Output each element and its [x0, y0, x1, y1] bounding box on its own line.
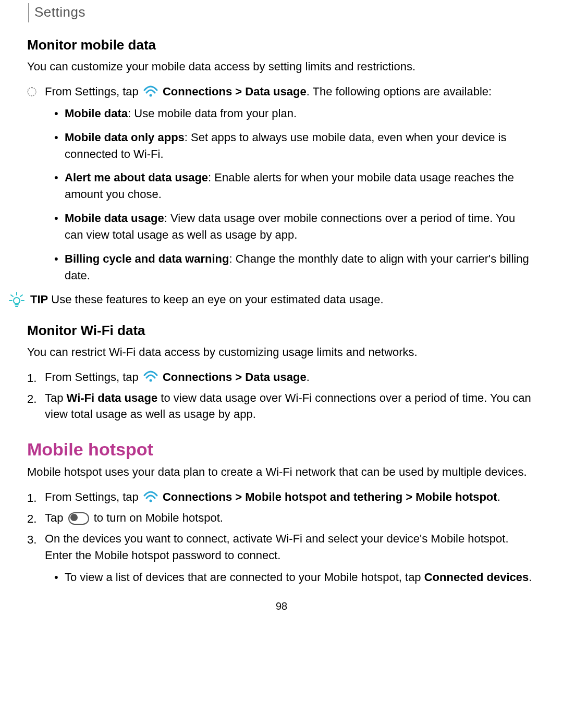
connections-wifi-icon	[143, 490, 158, 508]
section-heading-monitor-mobile: Monitor mobile data	[27, 37, 536, 53]
connections-wifi-icon	[143, 370, 158, 387]
bullet-item: Mobile data usage: View data usage over …	[65, 210, 536, 243]
numbered-list: 1. From Settings, tap Connections > Data…	[45, 369, 536, 423]
section-heading-monitor-wifi: Monitor Wi-Fi data	[27, 323, 536, 339]
page-header: Settings	[28, 3, 536, 22]
step-list: From Settings, tap Connections > Data us…	[45, 83, 536, 284]
svg-point-10	[149, 499, 152, 502]
list-item: 2. Tap Wi-Fi data usage to view data usa…	[45, 390, 536, 423]
bullet-bold: Mobile data	[65, 107, 128, 120]
step-bold-path: Connections > Data usage	[163, 85, 307, 98]
tip-text: TIP Use these features to keep an eye on…	[30, 291, 384, 308]
step-prefix: From Settings, tap	[45, 371, 142, 384]
svg-point-1	[14, 298, 20, 304]
bullet-prefix: To view a list of devices that are conne…	[65, 571, 424, 584]
bullet-bold: Mobile data usage	[65, 212, 164, 225]
bullet-item: Mobile data: Use mobile data from your p…	[65, 105, 536, 122]
step-suffix: . The following options are available:	[307, 85, 492, 98]
bullet-text: : Use mobile data from your plan.	[128, 107, 297, 120]
step-prefix: From Settings, tap	[45, 490, 142, 503]
list-item: 3. On the devices you want to connect, a…	[45, 530, 536, 586]
list-item: 1. From Settings, tap Connections > Mobi…	[45, 489, 536, 505]
bullet-item: Billing cycle and data warning: Change t…	[65, 251, 536, 284]
section-heading-mobile-hotspot: Mobile hotspot	[27, 439, 536, 460]
step-bold: Connections > Data usage	[163, 371, 307, 384]
step-suffix: .	[497, 490, 500, 503]
svg-line-4	[20, 295, 22, 297]
bullet-bold: Connected devices	[424, 571, 529, 584]
bullet-suffix: .	[529, 571, 532, 584]
list-item: 1. From Settings, tap Connections > Data…	[45, 369, 536, 386]
tip-body: Use these features to keep an eye on you…	[48, 293, 383, 306]
bullet-bold: Alert me about data usage	[65, 171, 208, 184]
step-bold: Connections > Mobile hotspot and tetheri…	[163, 490, 497, 503]
section-intro: You can restrict Wi-Fi data access by cu…	[27, 344, 536, 361]
lightbulb-tip-icon	[8, 291, 25, 310]
step-bold: Wi-Fi data usage	[67, 391, 158, 404]
list-number: 3.	[27, 532, 42, 548]
sub-bullet-list: To view a list of devices that are conne…	[65, 569, 536, 586]
list-item: 2. Tap to turn on Mobile hotspot.	[45, 510, 536, 526]
tip-label: TIP	[30, 293, 48, 306]
section-intro: You can customize your mobile data acces…	[27, 58, 536, 75]
bullet-item: To view a list of devices that are conne…	[65, 569, 536, 586]
svg-point-9	[149, 379, 152, 382]
dotted-bullet-icon	[27, 84, 42, 101]
connections-wifi-icon	[143, 85, 158, 102]
list-number: 1.	[27, 490, 42, 507]
list-number: 2.	[27, 511, 42, 527]
section-intro: Mobile hotspot uses your data plan to cr…	[27, 464, 536, 480]
bullet-bold: Mobile data only apps	[65, 131, 185, 144]
page-number: 98	[27, 600, 536, 612]
bullet-item: Alert me about data usage: Enable alerts…	[65, 169, 536, 203]
svg-point-0	[149, 94, 152, 96]
bullet-bold: Billing cycle and data warning	[65, 252, 229, 265]
step-suffix: to turn on Mobile hotspot.	[91, 511, 223, 524]
page-content: Settings Monitor mobile data You can cus…	[0, 3, 563, 628]
tip-callout: TIP Use these features to keep an eye on…	[8, 291, 536, 310]
list-number: 2.	[27, 391, 42, 408]
bullet-item: Mobile data only apps: Set apps to alway…	[65, 129, 536, 163]
step-item: From Settings, tap Connections > Data us…	[45, 83, 536, 284]
step-prefix: Tap	[45, 391, 67, 404]
step-prefix: Tap	[45, 511, 67, 524]
svg-line-3	[11, 295, 13, 297]
bullet-list: Mobile data: Use mobile data from your p…	[65, 105, 536, 284]
step-text: From Settings, tap	[45, 85, 142, 98]
step-text: On the devices you want to connect, acti…	[45, 532, 509, 562]
step-suffix: .	[307, 371, 310, 384]
toggle-switch-icon	[68, 512, 89, 525]
numbered-list: 1. From Settings, tap Connections > Mobi…	[45, 489, 536, 585]
list-number: 1.	[27, 370, 42, 387]
